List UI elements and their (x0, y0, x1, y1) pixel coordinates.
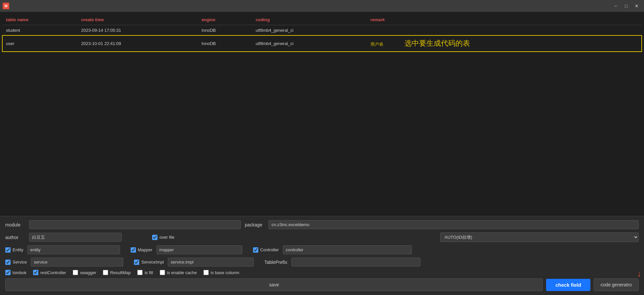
author-input[interactable] (29, 233, 122, 242)
title-bar-controls: − □ ✕ (611, 1, 641, 11)
over-file-label: over file (159, 235, 175, 240)
entity-checkbox[interactable] (5, 247, 11, 253)
table-cell: utf8mb4_general_ci (252, 25, 367, 36)
annotation-text: 选中要生成代码的表 (405, 39, 470, 47)
swagger-checkbox-label[interactable]: swagger (73, 270, 96, 275)
bottom-panel: module package author over file AUTO(ID自… (0, 216, 644, 295)
id-auto-section: AUTO(ID自增) (440, 232, 639, 242)
isfill-checkbox-label[interactable]: is fill (137, 270, 153, 275)
tables-table: table name create time engine coding rem… (3, 15, 641, 51)
over-file-checkbox-label[interactable]: over file (152, 235, 175, 240)
title-bar-left: M (3, 3, 9, 9)
module-label: module (5, 222, 25, 227)
maximize-button[interactable]: □ (622, 1, 631, 11)
over-file-section: over file (152, 235, 175, 240)
col-coding: coding (252, 15, 367, 25)
table-cell: user (3, 36, 78, 51)
resultmap-checkbox[interactable] (103, 270, 108, 275)
checkboxes-row: lombok restController swagger ResultMap … (5, 270, 639, 275)
save-button[interactable]: save (5, 278, 543, 291)
table-cell: 2023-09-14 17:05:31 (78, 25, 198, 36)
buttons-row: save check field ↓ code generatro (5, 278, 639, 291)
package-label: package (245, 222, 265, 227)
tableprefix-input[interactable] (291, 258, 420, 267)
service-label: Service (13, 260, 27, 265)
service-input[interactable] (31, 258, 123, 267)
isenablecache-checkbox[interactable] (160, 270, 165, 275)
lombok-checkbox[interactable] (5, 270, 11, 275)
lombok-checkbox-label[interactable]: lombok (5, 270, 26, 275)
main-content: table name create time engine coding rem… (0, 12, 644, 295)
id-auto-select[interactable]: AUTO(ID自增) (440, 232, 639, 242)
table-cell: utf8mb4_general_ci (252, 36, 367, 51)
resultmap-checkbox-label[interactable]: ResultMap (103, 270, 131, 275)
col-engine: engine (198, 15, 252, 25)
service-row: Service ServiceImpl TablePrefix (5, 258, 639, 267)
check-field-button[interactable]: check field (546, 279, 590, 291)
serviceimpl-label: ServiceImpl (141, 260, 164, 265)
author-row: author over file AUTO(ID自增) (5, 232, 639, 242)
tableprefix-label: TablePrefix (264, 260, 287, 265)
swagger-checkbox[interactable] (73, 270, 78, 275)
package-input[interactable] (269, 220, 639, 229)
service-checkbox[interactable] (5, 260, 11, 265)
red-arrow-icon: ↓ (637, 269, 641, 278)
table-area: table name create time engine coding rem… (0, 12, 644, 216)
isenablecache-checkbox-label[interactable]: is enable cache (160, 270, 197, 275)
isbasecolumn-checkbox[interactable] (203, 270, 209, 275)
entity-mapper-controller-row: Entity Mapper Controller (5, 245, 639, 254)
table-cell: 2023-10-01 22:41:09 (78, 36, 198, 51)
table-cell: InnoDB (198, 25, 252, 36)
controller-label: Controller (260, 247, 279, 252)
minimize-button[interactable]: − (611, 1, 620, 11)
mapper-label: Mapper (138, 247, 152, 252)
remark-cell (367, 25, 641, 36)
mapper-input[interactable] (156, 245, 242, 254)
col-remark: remark (367, 15, 641, 25)
mapper-checkbox-label[interactable]: Mapper (131, 247, 152, 253)
restcontroller-checkbox[interactable] (33, 270, 38, 275)
title-bar: M − □ ✕ (0, 0, 644, 12)
code-generator-button[interactable]: code generatro (594, 278, 639, 291)
controller-input[interactable] (283, 245, 412, 254)
entity-label: Entity (13, 247, 23, 252)
resultmap-label: ResultMap (110, 270, 131, 275)
table-row[interactable]: student2023-09-14 17:05:31InnoDButf8mb4_… (3, 25, 641, 36)
isbasecolumn-label: is base column (211, 270, 239, 275)
restcontroller-checkbox-label[interactable]: restController (33, 270, 66, 275)
isfill-checkbox[interactable] (137, 270, 143, 275)
isfill-label: is fill (145, 270, 153, 275)
col-table-name: table name (3, 15, 78, 25)
serviceimpl-input[interactable] (168, 258, 254, 267)
module-package-row: module package (5, 220, 639, 229)
table-row[interactable]: user2023-10-01 22:41:09InnoDButf8mb4_gen… (3, 36, 641, 51)
table-cell: student (3, 25, 78, 36)
author-label: author (5, 235, 25, 240)
module-input[interactable] (29, 220, 241, 229)
app-icon: M (3, 3, 9, 9)
isenablecache-label: is enable cache (167, 270, 197, 275)
entity-input[interactable] (27, 245, 120, 254)
entity-checkbox-label[interactable]: Entity (5, 247, 23, 253)
serviceimpl-checkbox[interactable] (134, 260, 139, 265)
close-button[interactable]: ✕ (632, 1, 641, 11)
serviceimpl-checkbox-label[interactable]: ServiceImpl (134, 260, 164, 265)
lombok-label: lombok (13, 270, 26, 275)
controller-checkbox-label[interactable]: Controller (253, 247, 279, 253)
restcontroller-label: restController (40, 270, 66, 275)
swagger-label: swagger (80, 270, 96, 275)
col-create-time: create time (78, 15, 198, 25)
mapper-checkbox[interactable] (131, 247, 136, 253)
remark-cell: 用户表 选中要生成代码的表 (367, 36, 641, 51)
isbasecolumn-checkbox-label[interactable]: is base column (203, 270, 239, 275)
table-cell: InnoDB (198, 36, 252, 51)
over-file-checkbox[interactable] (152, 235, 157, 240)
service-checkbox-label[interactable]: Service (5, 260, 27, 265)
controller-checkbox[interactable] (253, 247, 258, 253)
table-header-row: table name create time engine coding rem… (3, 15, 641, 25)
